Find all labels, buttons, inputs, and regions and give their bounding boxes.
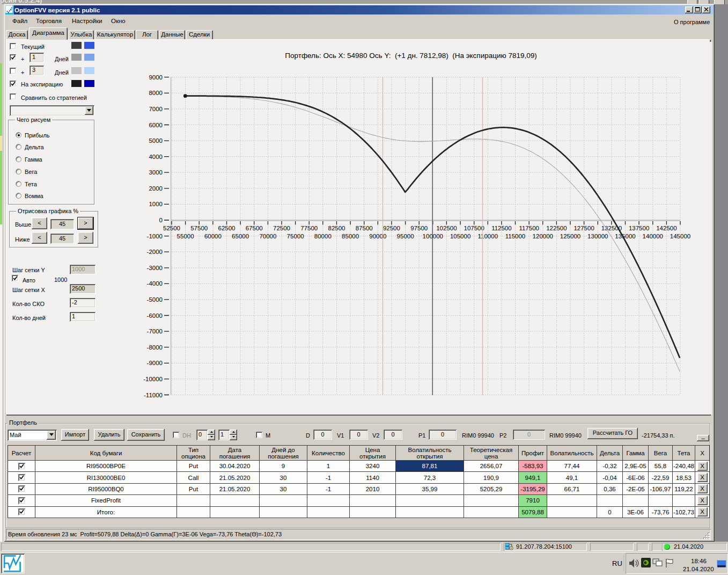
svg-text:2000: 2000 [149, 185, 163, 192]
svg-text:105000: 105000 [450, 233, 470, 239]
svg-text:72500: 72500 [273, 225, 290, 231]
svg-text:145000: 145000 [670, 233, 690, 239]
svg-text:130000: 130000 [587, 233, 608, 239]
svg-text:60000: 60000 [204, 233, 222, 239]
svg-text:115000: 115000 [505, 233, 526, 239]
svg-text:125000: 125000 [560, 233, 580, 239]
svg-text:1000: 1000 [149, 201, 163, 207]
svg-text:95000: 95000 [397, 233, 414, 239]
svg-text:80000: 80000 [314, 233, 332, 239]
svg-text:102500: 102500 [436, 225, 457, 231]
svg-text:122500: 122500 [546, 225, 567, 231]
svg-text:75000: 75000 [287, 233, 304, 239]
svg-text:-2000: -2000 [147, 249, 163, 255]
svg-text:77500: 77500 [300, 225, 318, 231]
svg-text:-5000: -5000 [147, 296, 163, 303]
svg-text:8000: 8000 [149, 90, 163, 96]
svg-text:4000: 4000 [149, 154, 163, 160]
svg-text:87500: 87500 [356, 225, 373, 231]
svg-text:-3000: -3000 [147, 265, 163, 271]
svg-text:-8000: -8000 [147, 344, 163, 351]
svg-text:Портфель: Ось X: 54980 Ось Y:: Портфель: Ось X: 54980 Ось Y: (+1 дн. 78… [285, 52, 536, 60]
svg-text:117500: 117500 [519, 225, 539, 231]
svg-text:135000: 135000 [615, 233, 635, 239]
svg-text:82500: 82500 [328, 225, 345, 231]
svg-text:0: 0 [159, 217, 163, 223]
svg-text:90000: 90000 [369, 233, 386, 239]
svg-text:97500: 97500 [410, 225, 428, 231]
svg-text:65000: 65000 [232, 233, 249, 239]
svg-text:112500: 112500 [491, 225, 512, 231]
svg-text:-11000: -11000 [144, 392, 163, 398]
svg-text:9000: 9000 [149, 74, 163, 81]
svg-text:107500: 107500 [464, 225, 484, 231]
svg-text:-10000: -10000 [143, 376, 163, 382]
svg-text:70000: 70000 [259, 233, 276, 239]
svg-text:7000: 7000 [149, 106, 163, 112]
svg-text:-4000: -4000 [147, 280, 163, 287]
svg-text:92500: 92500 [383, 225, 400, 231]
svg-text:137500: 137500 [629, 225, 649, 231]
svg-text:127500: 127500 [573, 225, 594, 231]
svg-text:140000: 140000 [643, 233, 663, 239]
svg-text:3000: 3000 [149, 169, 163, 176]
svg-text:-6000: -6000 [147, 312, 163, 319]
svg-text:120000: 120000 [533, 233, 553, 239]
svg-text:62500: 62500 [218, 225, 236, 231]
svg-text:-1000: -1000 [147, 233, 163, 239]
svg-text:-9000: -9000 [147, 360, 163, 366]
svg-text:142500: 142500 [656, 225, 676, 231]
svg-text:52500: 52500 [163, 225, 180, 231]
svg-text:5000: 5000 [149, 137, 163, 144]
svg-text:67500: 67500 [246, 225, 263, 231]
svg-text:-7000: -7000 [147, 328, 163, 334]
svg-text:85000: 85000 [342, 233, 359, 239]
svg-text:55000: 55000 [177, 233, 194, 239]
svg-text:57500: 57500 [190, 225, 208, 231]
svg-text:110000: 110000 [478, 233, 498, 239]
svg-text:6000: 6000 [149, 122, 163, 128]
